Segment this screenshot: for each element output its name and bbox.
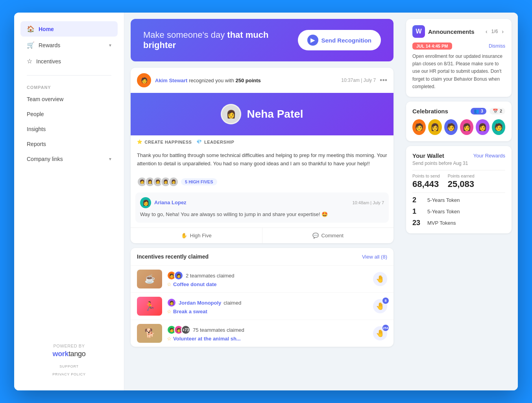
sender-avatar: 🧑 <box>137 73 151 87</box>
cel-avatar-5[interactable]: 🧑 <box>492 119 505 135</box>
rewards-icon: 🛒 <box>27 41 35 49</box>
points-earned-stat: Points earned 25,083 <box>448 174 475 189</box>
incentive-item-0: ☕ 🧑 👩 2 teammates claimed ☆ Coffe <box>131 265 393 292</box>
token-label-1: 5-Years Token <box>427 209 460 214</box>
cel-avatar-2[interactable]: 🧑 <box>444 119 458 135</box>
incentive-item-2: 🐕 🧑 👩 +73 75 teammates claimed <box>131 320 393 347</box>
rec-options-button[interactable]: ••• <box>380 76 387 85</box>
celebrations-header: Celebrations 👥 3 📅 2 <box>412 108 505 115</box>
powered-by-label: POWERED BY <box>20 344 118 348</box>
announce-actions: JUL 14 4:45 PM Dismiss <box>412 43 505 50</box>
incentive-hand-0[interactable]: 🤚 <box>373 272 387 286</box>
celebrations-badge-1-count: 3 <box>481 109 483 113</box>
cel-avatar-1[interactable]: 👩 <box>428 119 441 135</box>
cel-avatar-4[interactable]: 👩 <box>476 119 489 135</box>
token-label-2: MVP Tokens <box>427 220 456 226</box>
incentive-avatar-stack-0: 🧑 👩 <box>167 271 183 280</box>
wallet-token-1: 1 5-Years Token <box>412 207 505 216</box>
wallet-subtitle: Send points before Aug 31 <box>412 161 505 166</box>
announcements-card: W Announcements ‹ 1/6 › JUL 14 4:45 PM D… <box>406 19 512 97</box>
points-to-send-stat: Points to send 68,443 <box>412 174 440 189</box>
announcements-prev-button[interactable]: ‹ <box>484 28 489 35</box>
sidebar-item-home[interactable]: 🏠 Home <box>20 21 118 37</box>
sidebar-item-rewards[interactable]: 🛒 Rewards ▾ <box>20 37 118 53</box>
hero-banner: Make someone's day that much brighter ▶ … <box>131 19 393 61</box>
announce-date-badge: JUL 14 4:45 PM <box>412 43 452 50</box>
sidebar-item-reports[interactable]: Reports <box>20 137 118 151</box>
cel-avatar-0[interactable]: 🧑 <box>412 119 426 135</box>
sidebar-item-rewards-label: Rewards <box>39 42 60 48</box>
incentive-item-1: 🏃 👩 Jordan Monopoly claimed ☆ Break <box>131 292 393 320</box>
points-to-send-value: 68,443 <box>412 179 440 189</box>
incentive-claimers-0: 2 teammates claimed <box>186 273 235 279</box>
rec-tag-0-icon: ⭐ <box>137 139 143 144</box>
celebrations-badge-1-icon: 👥 <box>474 109 479 114</box>
sidebar-item-people[interactable]: People <box>20 107 118 121</box>
hero-text: Make someone's day that much brighter <box>143 30 298 50</box>
feed-area: 🧑 Akim Stewart recognized you with 250 p… <box>124 61 400 353</box>
view-all-link[interactable]: View all (8) <box>362 254 387 260</box>
sidebar-item-company-links-label: Company links <box>27 156 63 162</box>
high-five-button[interactable]: ✋ High Five <box>131 228 262 243</box>
incentives-title: Incentives recently claimed <box>137 253 209 260</box>
token-count-0: 2 <box>412 196 423 204</box>
page-current: 1 <box>491 29 494 34</box>
incentives-header: Incentives recently claimed View all (8) <box>131 248 393 265</box>
cel-avatar-3[interactable]: 👩 <box>460 119 473 135</box>
high-fives-avatars: 🧑 👩 🧑 👩 👩 <box>137 177 179 187</box>
recognition-card: 🧑 Akim Stewart recognized you with 250 p… <box>131 68 393 243</box>
send-recognition-label: Send Recognition <box>321 37 372 44</box>
dismiss-button[interactable]: Dismiss <box>489 43 505 49</box>
incentive-av-0-1: 👩 <box>174 271 183 280</box>
points-earned-label: Points earned <box>448 174 475 178</box>
right-panel: W Announcements ‹ 1/6 › JUL 14 4:45 PM D… <box>400 13 518 390</box>
your-rewards-link[interactable]: Your Rewards <box>473 153 505 159</box>
sender-name-link[interactable]: Akim Stewart <box>155 78 187 83</box>
points-earned-value: 25,083 <box>448 179 475 189</box>
rec-tag-0-label: CREATE HAPPINESS <box>145 140 192 144</box>
sidebar-footer: POWERED BY worktango SUPPORT PRIVACY POL… <box>14 337 124 383</box>
incentive-claimer-name-1[interactable]: Jordan Monopoly <box>179 300 221 306</box>
incentive-info-1: 👩 Jordan Monopoly claimed ☆ Break a swea… <box>167 298 368 314</box>
rec-points: 250 points <box>236 78 261 83</box>
coffee-thumb-img: ☕ <box>137 270 162 288</box>
comment-button[interactable]: 💬 Comment <box>262 228 394 243</box>
sidebar-item-incentives-label: Incentives <box>36 58 61 65</box>
sidebar-item-team-overview[interactable]: Team overview <box>20 92 118 106</box>
incentive-hand-2[interactable]: 🤚 254 <box>373 326 387 340</box>
high-five-icon: ✋ <box>181 233 187 238</box>
incentive-name-2[interactable]: Volunteer at the animal sh... <box>173 336 241 342</box>
announcements-next-button[interactable]: › <box>500 28 505 35</box>
incentive-av-2-plus: +73 <box>181 325 190 335</box>
announcements-page: 1/6 <box>491 29 498 34</box>
token-count-1: 1 <box>412 207 423 216</box>
wallet-header: Your Wallet Your Rewards <box>412 152 505 159</box>
incentive-badge-1: 8 <box>382 298 389 304</box>
incentive-hand-1[interactable]: 🤚 8 <box>373 299 387 313</box>
send-recognition-button[interactable]: ▶ Send Recognition <box>298 30 381 50</box>
sidebar-section-company: COMPANY <box>20 82 118 91</box>
logo-w: work <box>53 350 69 358</box>
celebrations-badge-2[interactable]: 📅 2 <box>490 108 505 115</box>
rec-tag-1-label: LEADERSHIP <box>204 140 234 144</box>
sidebar-item-insights[interactable]: Insights <box>20 122 118 136</box>
rec-action-text: recognized you with <box>189 78 236 83</box>
celebrations-badge-1[interactable]: 👥 3 <box>471 108 486 115</box>
sidebar-item-company-links[interactable]: Company links ▾ <box>20 152 118 166</box>
wallet-card: Your Wallet Your Rewards Send points bef… <box>406 146 512 233</box>
incentives-section: Incentives recently claimed View all (8)… <box>131 248 393 347</box>
incentive-name-1[interactable]: Break a sweat <box>173 309 207 314</box>
hf-avatar-5: 👩 <box>168 177 179 187</box>
support-link[interactable]: SUPPORT <box>20 364 118 368</box>
high-fives-row: 🧑 👩 🧑 👩 👩 5 HIGH FIVES <box>131 174 393 192</box>
wallet-title: Your Wallet <box>412 152 444 159</box>
incentives-icon: ☆ <box>27 57 32 65</box>
privacy-link[interactable]: PRIVACY POLICY <box>20 372 118 376</box>
sidebar-item-incentives[interactable]: ☆ Incentives <box>20 54 118 69</box>
high-fives-badge: 5 HIGH FIVES <box>181 178 217 185</box>
incentive-name-0[interactable]: Coffee donut date <box>173 281 217 287</box>
incentive-av-1-0: 👩 <box>167 298 176 307</box>
app-container: 🏠 Home 🛒 Rewards ▾ ☆ Incentives COMPANY … <box>14 13 518 390</box>
sidebar-divider <box>27 75 111 76</box>
comment-section: 👩 Ariana Lopez 10:48am | July 7 Way to g… <box>135 192 389 223</box>
